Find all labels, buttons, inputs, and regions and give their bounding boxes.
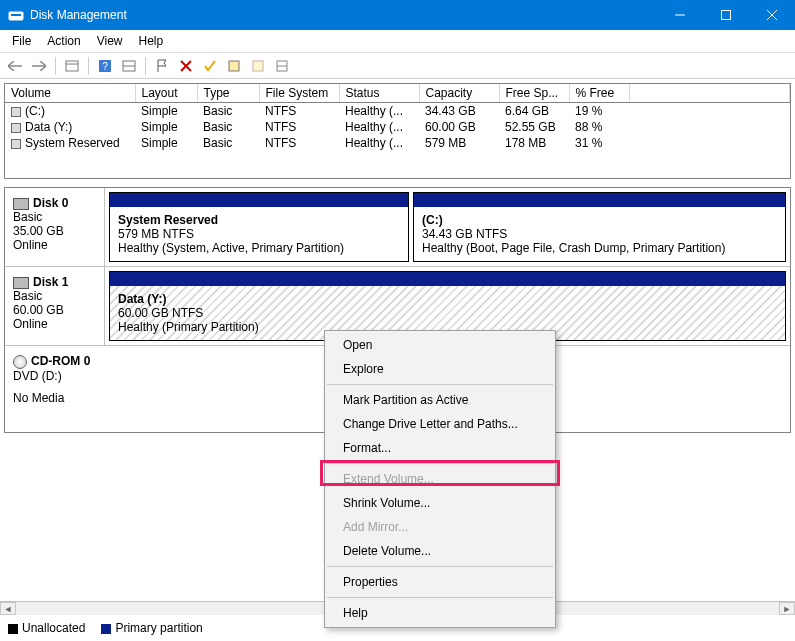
col-filesystem[interactable]: File System [259,84,339,103]
col-type[interactable]: Type [197,84,259,103]
col-capacity[interactable]: Capacity [419,84,499,103]
svg-text:?: ? [102,61,108,72]
partition-system-reserved[interactable]: System Reserved 579 MB NTFS Healthy (Sys… [109,192,409,262]
scroll-right-icon[interactable]: ► [779,602,795,615]
title-bar: Disk Management [0,0,795,30]
check-icon[interactable] [199,56,221,76]
list-icon[interactable] [271,56,293,76]
legend-unallocated: Unallocated [8,621,85,635]
volume-icon [11,139,21,149]
svg-rect-6 [66,61,78,71]
properties-icon[interactable] [223,56,245,76]
help-icon[interactable]: ? [94,56,116,76]
ctx-add-mirror: Add Mirror... [325,515,555,539]
col-freespace[interactable]: Free Sp... [499,84,569,103]
volume-row[interactable]: (C:) Simple Basic NTFS Healthy (... 34.4… [5,103,790,120]
svg-rect-3 [722,11,731,20]
menu-action[interactable]: Action [39,32,88,50]
legend-primary: Primary partition [101,621,202,635]
col-pctfree[interactable]: % Free [569,84,629,103]
disk-label[interactable]: Disk 1 Basic 60.00 GB Online [5,267,105,345]
toolbar: ? [0,53,795,79]
menu-view[interactable]: View [89,32,131,50]
col-spacer [629,84,790,103]
scroll-left-icon[interactable]: ◄ [0,602,16,615]
context-menu: Open Explore Mark Partition as Active Ch… [324,330,556,628]
disk-icon [13,277,29,289]
view-icon[interactable] [118,56,140,76]
window-title: Disk Management [30,8,657,22]
col-volume[interactable]: Volume [5,84,135,103]
disk-row-disk0: Disk 0 Basic 35.00 GB Online System Rese… [5,188,790,267]
volume-icon [11,123,21,133]
disk-label[interactable]: Disk 0 Basic 35.00 GB Online [5,188,105,266]
svg-rect-1 [11,14,21,16]
back-icon[interactable] [4,56,26,76]
ctx-extend-volume: Extend Volume... [325,467,555,491]
ctx-format[interactable]: Format... [325,436,555,460]
volume-row[interactable]: System Reserved Simple Basic NTFS Health… [5,135,790,151]
svg-rect-14 [229,61,239,71]
svg-rect-15 [253,61,263,71]
cdrom-icon [13,355,27,369]
forward-icon[interactable] [28,56,50,76]
menu-bar: File Action View Help [0,30,795,53]
disk-label[interactable]: CD-ROM 0 DVD (D:) No Media [5,346,105,432]
legend: Unallocated Primary partition [8,621,203,635]
ctx-help[interactable]: Help [325,601,555,625]
note-icon[interactable] [247,56,269,76]
minimize-button[interactable] [657,0,703,30]
volume-list[interactable]: Volume Layout Type File System Status Ca… [4,83,791,179]
ctx-explore[interactable]: Explore [325,357,555,381]
menu-file[interactable]: File [4,32,39,50]
delete-icon[interactable] [175,56,197,76]
ctx-open[interactable]: Open [325,333,555,357]
app-icon [8,7,24,23]
disk-icon [13,198,29,210]
ctx-properties[interactable]: Properties [325,570,555,594]
flag-icon[interactable] [151,56,173,76]
ctx-mark-active[interactable]: Mark Partition as Active [325,388,555,412]
partition-c[interactable]: (C:) 34.43 GB NTFS Healthy (Boot, Page F… [413,192,786,262]
ctx-delete-volume[interactable]: Delete Volume... [325,539,555,563]
col-layout[interactable]: Layout [135,84,197,103]
ctx-shrink-volume[interactable]: Shrink Volume... [325,491,555,515]
col-status[interactable]: Status [339,84,419,103]
maximize-button[interactable] [703,0,749,30]
volume-icon [11,107,21,117]
volume-row[interactable]: Data (Y:) Simple Basic NTFS Healthy (...… [5,119,790,135]
close-button[interactable] [749,0,795,30]
menu-help[interactable]: Help [131,32,172,50]
ctx-change-drive-letter[interactable]: Change Drive Letter and Paths... [325,412,555,436]
calendar-icon[interactable] [61,56,83,76]
